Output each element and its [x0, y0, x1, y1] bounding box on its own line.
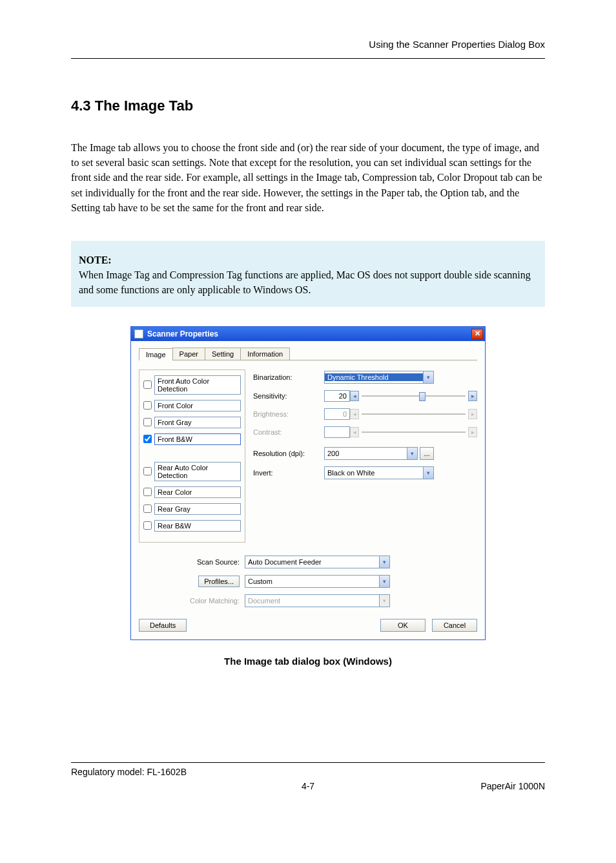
- chevron-down-icon[interactable]: ▾: [379, 556, 389, 568]
- chevron-down-icon[interactable]: ▾: [407, 448, 417, 459]
- scanner-properties-dialog: Scanner Properties ✕ Image Paper Setting…: [130, 326, 486, 640]
- label-rear-color[interactable]: Rear Color: [154, 486, 241, 498]
- tab-strip: Image Paper Setting Information: [139, 348, 477, 360]
- tab-image[interactable]: Image: [139, 348, 173, 360]
- checkbox-front-gray[interactable]: [143, 418, 152, 426]
- combo-scan-source[interactable]: Auto Document Feeder ▾: [245, 556, 390, 568]
- checkbox-rear-gray[interactable]: [143, 504, 152, 513]
- label-front-gray[interactable]: Front Gray: [154, 417, 241, 428]
- contrast-value: [324, 426, 350, 438]
- sensitivity-value: 20: [324, 390, 350, 402]
- checkbox-front-color[interactable]: [143, 401, 152, 410]
- dialog-title: Scanner Properties: [147, 329, 218, 338]
- combo-binarization[interactable]: Dynamic Threshold ▾: [324, 371, 434, 384]
- resolution-browse-button[interactable]: ...: [420, 447, 434, 460]
- label-sensitivity: Sensitivity:: [253, 392, 324, 400]
- label-invert: Invert:: [253, 469, 324, 477]
- label-front-bw[interactable]: Front B&W: [154, 433, 241, 445]
- label-resolution: Resolution (dpi):: [253, 450, 324, 457]
- contrast-inc: ▸: [468, 427, 477, 437]
- brightness-inc: ▸: [468, 409, 477, 419]
- note-text: When Image Tag and Compression Tag funct…: [79, 267, 537, 297]
- combo-resolution[interactable]: 200 ▾: [324, 447, 418, 460]
- header-right: Using the Scanner Properties Dialog Box: [369, 39, 545, 50]
- tab-information[interactable]: Information: [240, 348, 290, 360]
- brightness-dec: ◂: [350, 409, 359, 419]
- profiles-button[interactable]: Profiles...: [198, 576, 240, 587]
- label-color-matching: Color Matching:: [139, 597, 245, 605]
- sensitivity-dec[interactable]: ◂: [350, 391, 359, 401]
- label-binarization: Binarization:: [253, 373, 324, 381]
- brightness-slider: [362, 409, 466, 419]
- dialog-titlebar[interactable]: Scanner Properties ✕: [131, 327, 485, 341]
- label-rear-bw[interactable]: Rear B&W: [154, 520, 241, 532]
- combo-profiles[interactable]: Custom ▾: [245, 575, 390, 588]
- label-scan-source: Scan Source:: [139, 558, 245, 566]
- checkbox-rear-color[interactable]: [143, 488, 152, 496]
- chevron-down-icon: ▾: [379, 595, 389, 607]
- section-paragraph: The Image tab allows you to choose the f…: [71, 140, 545, 215]
- label-front-color[interactable]: Front Color: [154, 400, 241, 411]
- checkbox-rear-bw[interactable]: [143, 521, 152, 530]
- tab-paper[interactable]: Paper: [172, 348, 205, 360]
- tab-setting[interactable]: Setting: [205, 348, 241, 360]
- chevron-down-icon[interactable]: ▾: [423, 371, 433, 383]
- footer-product: PaperAir 1000N: [387, 781, 545, 791]
- contrast-dec: ◂: [350, 427, 359, 437]
- chevron-down-icon[interactable]: ▾: [379, 576, 389, 587]
- sensitivity-slider[interactable]: [362, 391, 466, 401]
- note-title: NOTE:: [79, 253, 537, 267]
- combo-color-matching: Document ▾: [245, 594, 390, 607]
- checkbox-front-auto[interactable]: [143, 380, 152, 389]
- label-contrast: Contrast:: [253, 428, 324, 436]
- note-box: NOTE: When Image Tag and Compression Tag…: [71, 241, 545, 307]
- checkbox-rear-auto[interactable]: [143, 467, 152, 475]
- combo-invert[interactable]: Black on White ▾: [324, 466, 434, 479]
- image-selection-panel: Front Auto Color Detection Front Color F…: [139, 369, 245, 543]
- cancel-button[interactable]: Cancel: [432, 619, 477, 632]
- checkbox-front-bw[interactable]: [143, 435, 152, 443]
- chevron-down-icon[interactable]: ▾: [423, 467, 433, 479]
- footer-page-number: 4-7: [229, 781, 387, 791]
- page-footer: Regulatory model: FL-1602B 4-7 PaperAir …: [71, 762, 545, 791]
- brightness-value: 0: [324, 408, 350, 420]
- figure-caption: The Image tab dialog box (Windows): [71, 656, 545, 667]
- label-front-auto[interactable]: Front Auto Color Detection: [154, 375, 241, 395]
- close-icon[interactable]: ✕: [471, 329, 483, 339]
- label-rear-gray[interactable]: Rear Gray: [154, 503, 241, 515]
- defaults-button[interactable]: Defaults: [139, 619, 187, 632]
- section-title: 4.3 The Image Tab: [71, 98, 545, 114]
- footer-model: Regulatory model: FL-1602B: [71, 767, 229, 777]
- app-icon: [134, 329, 143, 338]
- ok-button[interactable]: OK: [380, 619, 426, 632]
- contrast-slider: [362, 427, 466, 437]
- sensitivity-inc[interactable]: ▸: [468, 391, 477, 401]
- label-brightness: Brightness:: [253, 410, 324, 418]
- label-rear-auto[interactable]: Rear Auto Color Detection: [154, 462, 241, 481]
